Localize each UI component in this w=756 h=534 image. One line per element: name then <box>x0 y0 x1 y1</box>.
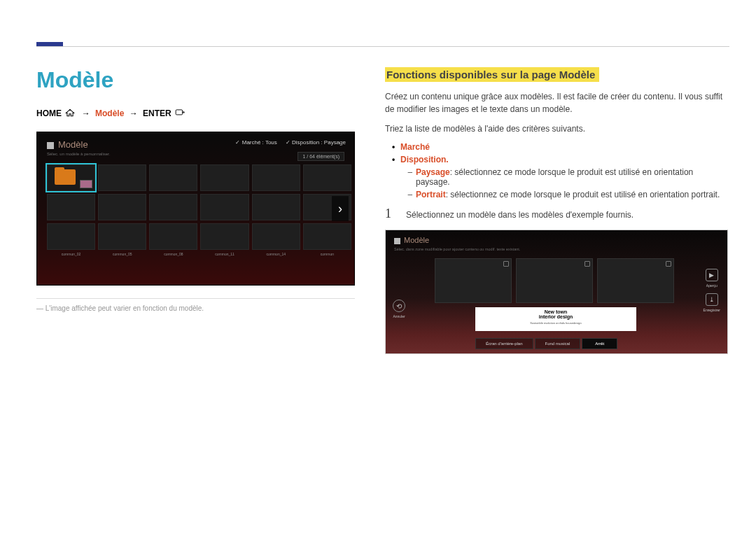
filter-layout: Disposition : Paysage <box>286 139 346 146</box>
breadcrumb-mid: Modèle <box>95 108 124 118</box>
text-line-1: New town <box>475 309 636 314</box>
page-title: Modèle <box>36 67 355 93</box>
back-icon: ⟲ <box>393 300 405 312</box>
arrow-icon: → <box>130 108 138 118</box>
square-icon <box>47 142 54 149</box>
editable-text-area: New town interior design Sustainble evol… <box>475 307 636 331</box>
editable-image-area <box>435 258 512 303</box>
template-cell: common_04 <box>98 194 146 220</box>
template-cell: common_09 <box>200 164 248 191</box>
template-cell: common_05 <box>98 223 146 250</box>
mini-thumbnail-icon <box>80 180 92 188</box>
editor-canvas: New town interior design Sustainble evol… <box>435 258 673 342</box>
step-text: Sélectionnez un modèle dans les modèles … <box>406 210 634 220</box>
template-cell: common_03 <box>98 164 146 191</box>
left-column: Modèle HOME → Modèle → ENTER Modèle Séle… <box>36 67 355 312</box>
options-list: Marché Disposition. Paysage: sélectionne… <box>392 142 728 199</box>
svg-rect-0 <box>176 110 182 115</box>
template-cell: common_11 <box>200 223 248 250</box>
sub-paysage: Paysage: sélectionnez ce mode lorsque le… <box>407 167 728 187</box>
enter-icon <box>175 108 185 119</box>
template-editor-screenshot: Modèle Sélec. dans zone modifiable pour … <box>385 230 728 354</box>
folder-icon <box>55 169 76 185</box>
footnote-text: L'image affichée peut varier en fonction… <box>36 304 355 312</box>
editor-subtitle: Sélec. dans zone modifiable pour ajouter… <box>394 247 520 251</box>
breadcrumb-enter: ENTER <box>143 108 172 118</box>
breadcrumb-home: HOME <box>36 108 62 118</box>
template-cell: common <box>303 164 351 191</box>
editor-right-actions: ▶ Aperçu ⤓ Enregistrer <box>704 269 720 318</box>
edit-corner-icon <box>584 261 590 267</box>
breadcrumb: HOME → Modèle → ENTER <box>36 108 355 119</box>
edit-corner-icon <box>666 261 671 267</box>
template-cell: common <box>303 223 351 250</box>
template-cell: common_12 <box>252 164 300 191</box>
template-cell: common_07 <box>149 194 197 220</box>
next-page-icon: › <box>332 196 349 221</box>
thumb-filter-controls: Marché : Tous Disposition : Paysage <box>235 139 346 146</box>
thumb-subtitle: Sélec. un modèle à personnaliser. <box>47 152 110 156</box>
edit-corner-icon <box>503 261 509 267</box>
bg-screen-btn: Écran d'arrière-plan <box>475 338 533 349</box>
bg-music-btn: Fond musical <box>535 338 581 349</box>
template-cell: common_01 <box>47 194 95 220</box>
preview-icon: ▶ <box>706 269 718 281</box>
save-icon: ⤓ <box>706 293 718 306</box>
template-cell: common_13 <box>252 194 300 220</box>
template-cell: common_10 <box>200 194 248 220</box>
sub-portrait: Portrait: sélectionnez ce mode lorsque l… <box>407 190 728 199</box>
template-cell-selected: Mes modèles <box>47 164 95 191</box>
square-icon <box>394 238 400 244</box>
editable-image-area <box>597 258 674 303</box>
template-grid: Mes modèles common_03 common_06 common_0… <box>47 164 351 250</box>
text-line-2: interior design <box>475 314 636 319</box>
template-cell: common_08 <box>149 223 197 250</box>
step-1: 1 Sélectionnez un modèle dans les modèle… <box>385 206 728 221</box>
editor-cancel: ⟲ Annuler <box>393 300 405 318</box>
home-icon <box>65 108 75 119</box>
right-column: Fonctions disponibles sur la page Modèle… <box>385 67 728 354</box>
thumb-item-count: 1 / 64 élément(s) <box>298 152 344 161</box>
option-disposition: Disposition. Paysage: sélectionnez ce mo… <box>392 155 728 199</box>
editable-image-area <box>516 258 593 303</box>
template-cell: common_02 <box>47 223 95 250</box>
template-cell: common_06 <box>149 164 197 191</box>
template-list-screenshot: Modèle Sélec. un modèle à personnaliser.… <box>36 132 355 286</box>
text-line-3: Sustainble evolution orchids housedesign <box>475 321 636 325</box>
divider-line <box>36 298 355 299</box>
thumb-title: Modèle <box>47 139 88 150</box>
editor-title: Modèle <box>394 236 429 244</box>
step-number: 1 <box>385 206 396 221</box>
section-heading: Fonctions disponibles sur la page Modèle <box>385 67 599 82</box>
sort-intro: Triez la liste de modèles à l'aide des c… <box>385 122 728 135</box>
editor-bottom-bar: Écran d'arrière-plan Fond musical Arrêt <box>475 338 617 349</box>
template-cell: common_14 <box>252 223 300 250</box>
filter-market: Marché : Tous <box>235 139 276 146</box>
arrow-icon: → <box>82 108 90 118</box>
option-market: Marché <box>392 142 728 152</box>
top-divider-line <box>36 46 729 47</box>
disposition-sublist: Paysage: sélectionnez ce mode lorsque le… <box>407 167 728 199</box>
stop-btn: Arrêt <box>582 338 617 349</box>
intro-paragraph: Créez un contenu unique grâce aux modèle… <box>385 90 728 115</box>
